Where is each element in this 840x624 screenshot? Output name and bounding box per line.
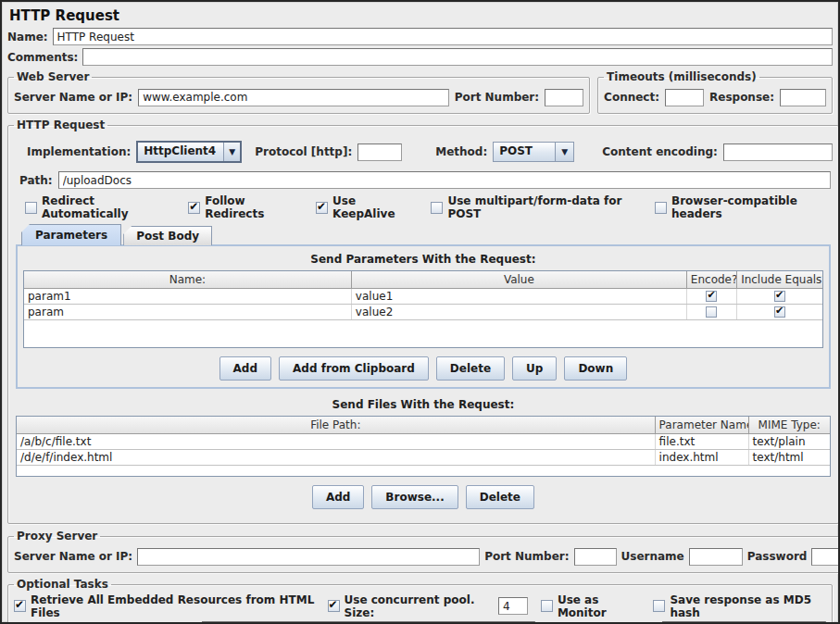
col-header-name[interactable]: Name: xyxy=(24,271,351,288)
col-header-encode[interactable]: Encode? xyxy=(686,271,736,288)
file-path-cell[interactable]: /d/e/f/index.html xyxy=(17,449,655,465)
checkbox-box[interactable] xyxy=(706,306,717,318)
delete-parameter-button[interactable]: Delete xyxy=(436,356,505,381)
proxy-username-label: Username xyxy=(621,550,684,563)
up-button[interactable]: Up xyxy=(512,356,557,381)
connect-timeout-label: Connect: xyxy=(604,91,659,104)
checkbox-save-response-md5[interactable]: Save response as MD5 hash xyxy=(653,593,826,619)
chevron-down-icon[interactable]: ▼ xyxy=(555,143,573,161)
comments-row: Comments: xyxy=(7,48,833,66)
name-label: Name: xyxy=(7,31,48,44)
port-number-label: Port Number: xyxy=(455,91,539,104)
chevron-down-icon[interactable]: ▼ xyxy=(223,143,240,161)
checkbox-use-as-monitor[interactable]: Use as Monitor xyxy=(541,593,641,619)
checkbox-box[interactable] xyxy=(188,202,200,214)
server-name-input[interactable] xyxy=(138,89,449,106)
http-request-sampler-panel: HTTP Request Name: Comments: Web Server … xyxy=(0,0,840,624)
browse-button[interactable]: Browse... xyxy=(371,485,458,509)
param-include-equals-cell[interactable] xyxy=(737,288,822,304)
http-options-row: Redirect Automatically Follow Redirects … xyxy=(25,198,831,217)
checkbox-box[interactable] xyxy=(655,202,667,214)
down-button[interactable]: Down xyxy=(564,356,627,381)
checkbox-box[interactable] xyxy=(14,600,26,612)
file-mime-cell[interactable]: text/html xyxy=(748,449,830,465)
param-include-equals-cell[interactable] xyxy=(737,304,822,319)
name-input[interactable] xyxy=(53,28,833,45)
param-name-cell[interactable]: param xyxy=(24,304,351,319)
path-input[interactable] xyxy=(58,171,831,189)
implementation-select[interactable]: HttpClient4 ▼ xyxy=(136,141,242,163)
add-from-clipboard-button[interactable]: Add from Clipboard xyxy=(279,356,429,381)
add-file-button[interactable]: Add xyxy=(312,485,364,509)
col-header-include-equals[interactable]: Include Equals? xyxy=(737,271,822,288)
col-header-mime-type[interactable]: MIME Type: xyxy=(748,417,830,433)
connect-timeout-input[interactable] xyxy=(665,89,704,106)
checkbox-box[interactable] xyxy=(431,202,443,214)
param-encode-cell[interactable] xyxy=(686,304,736,319)
proxy-username-input[interactable] xyxy=(689,548,743,566)
content-encoding-input[interactable] xyxy=(723,144,833,161)
files-table: File Path: Parameter Name: MIME Type: /a… xyxy=(16,416,831,477)
checkbox-box[interactable] xyxy=(774,291,785,302)
checkbox-redirect-automatically[interactable]: Redirect Automatically xyxy=(25,194,168,220)
param-encode-cell[interactable] xyxy=(686,288,736,304)
add-parameter-button[interactable]: Add xyxy=(219,356,271,381)
optional-tasks-row1: Retrieve All Embedded Resources from HTM… xyxy=(14,595,826,617)
checkbox-use-concurrent-pool[interactable]: Use concurrent pool. Size: xyxy=(328,593,491,619)
response-timeout-label: Response: xyxy=(709,91,774,104)
col-header-file-path[interactable]: File Path: xyxy=(17,417,655,433)
method-label: Method: xyxy=(435,145,487,158)
checkbox-browser-compatible-headers[interactable]: Browser-compatible headers xyxy=(655,194,831,220)
checkbox-box[interactable] xyxy=(706,291,717,302)
table-row[interactable]: param value2 xyxy=(24,304,822,319)
delete-file-button[interactable]: Delete xyxy=(466,485,534,509)
table-row[interactable]: /a/b/c/file.txt file.txt text/plain xyxy=(17,433,830,449)
file-param-cell[interactable]: file.txt xyxy=(655,433,748,449)
parameters-header-row: Name: Value Encode? Include Equals? xyxy=(24,271,822,288)
file-param-cell[interactable]: index.html xyxy=(655,449,748,465)
server-name-label: Server Name or IP: xyxy=(14,91,132,104)
port-number-input[interactable] xyxy=(545,89,583,106)
proxy-server-input[interactable] xyxy=(137,548,480,566)
checkbox-box[interactable] xyxy=(541,600,553,612)
checkbox-box[interactable] xyxy=(653,600,665,612)
tab-parameters[interactable]: Parameters xyxy=(21,224,121,245)
param-name-cell[interactable]: param1 xyxy=(24,288,351,304)
body-tabpane: Parameters Post Body Send Parameters Wit… xyxy=(16,224,831,389)
proxy-server-group: Proxy Server Server Name or IP: Port Num… xyxy=(7,530,840,573)
checkbox-multipart-form-data[interactable]: Use multipart/form-data for POST xyxy=(431,194,634,220)
checkbox-box[interactable] xyxy=(25,202,37,214)
proxy-port-input[interactable] xyxy=(574,548,617,566)
file-mime-cell[interactable]: text/plain xyxy=(748,433,830,449)
param-value-cell[interactable]: value1 xyxy=(351,288,686,304)
method-value: POST xyxy=(494,143,555,161)
optional-tasks-group-title: Optional Tasks xyxy=(14,578,111,591)
checkbox-follow-redirects[interactable]: Follow Redirects xyxy=(188,194,295,220)
protocol-input[interactable] xyxy=(357,144,402,161)
comments-input[interactable] xyxy=(82,48,833,66)
checkbox-retrieve-embedded-resources[interactable]: Retrieve All Embedded Resources from HTM… xyxy=(14,593,315,619)
parameters-tab-content: Send Parameters With the Request: Name: … xyxy=(16,244,831,389)
table-row[interactable]: /d/e/f/index.html index.html text/html xyxy=(17,449,830,465)
col-header-parameter-name[interactable]: Parameter Name: xyxy=(655,417,748,433)
method-select[interactable]: POST ▼ xyxy=(493,142,574,162)
http-request-group-title: HTTP Request xyxy=(14,119,107,131)
proxy-password-input[interactable] xyxy=(811,548,840,566)
implementation-value: HttpClient4 xyxy=(138,143,223,161)
concurrent-pool-size-input[interactable] xyxy=(498,597,528,615)
col-header-value[interactable]: Value xyxy=(351,271,686,288)
param-value-cell[interactable]: value2 xyxy=(351,304,686,319)
implementation-row: Implementation: HttpClient4 ▼ Protocol [… xyxy=(27,140,833,164)
table-row[interactable]: param1 value1 xyxy=(24,288,822,304)
proxy-server-label: Server Name or IP: xyxy=(14,550,132,563)
checkbox-box[interactable] xyxy=(328,600,340,612)
files-buttons: Add Browse... Delete xyxy=(14,485,833,509)
response-timeout-input[interactable] xyxy=(780,89,826,106)
files-table-title: Send Files With the Request: xyxy=(14,396,833,416)
checkbox-box[interactable] xyxy=(774,306,785,318)
checkbox-box[interactable] xyxy=(316,202,328,214)
checkbox-use-keepalive[interactable]: Use KeepAlive xyxy=(316,194,410,220)
web-server-group: Web Server Server Name or IP: Port Numbe… xyxy=(7,70,590,114)
file-path-cell[interactable]: /a/b/c/file.txt xyxy=(17,433,655,449)
tab-post-body[interactable]: Post Body xyxy=(123,226,212,245)
